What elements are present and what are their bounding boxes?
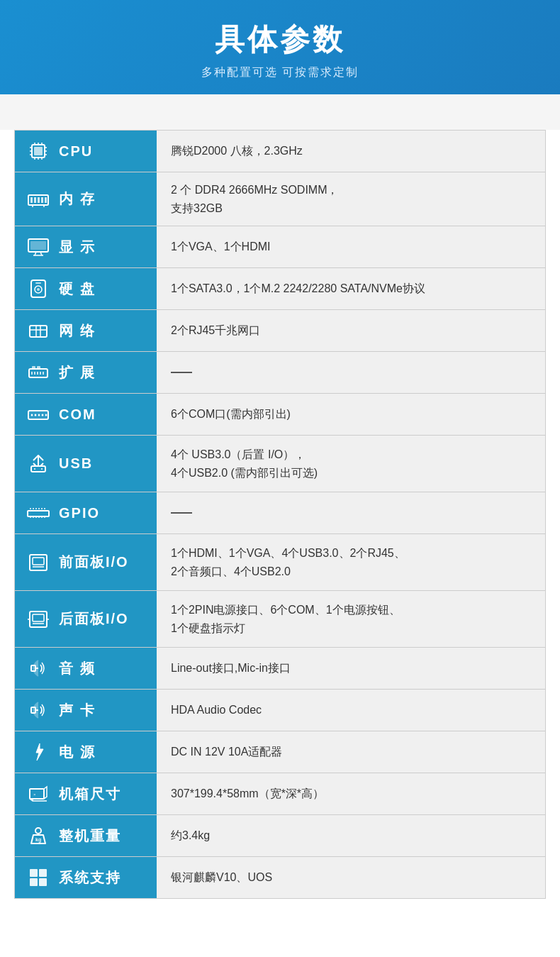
- spec-row-weight: kg 整机重量 约3.4kg: [15, 815, 545, 857]
- spec-row-rear-panel: 后面板I/O 1个2PIN电源接口、6个COM、1个电源按钮、 1个硬盘指示灯: [15, 591, 545, 648]
- com-icon: [25, 401, 52, 428]
- spec-row-memory: 内 存 2 个 DDR4 2666MHz SODIMM， 支持32GB: [15, 172, 545, 226]
- page-title: 具体参数: [14, 20, 546, 60]
- spec-label-os: 系统支持: [15, 857, 157, 898]
- spec-value-audio: Line-out接口,Mic-in接口: [157, 648, 545, 689]
- spec-value-expand: [157, 352, 545, 393]
- gpio-icon: [25, 499, 52, 526]
- svg-point-44: [31, 414, 33, 416]
- storage-icon: [25, 275, 52, 302]
- svg-point-84: [35, 828, 41, 834]
- spec-value-network: 2个RJ45千兆网口: [157, 310, 545, 351]
- spec-label-dimensions: × 机箱尺寸: [15, 773, 157, 814]
- spec-value-sound-card: HDA Audio Codec: [157, 690, 545, 731]
- sound-card-label: 声 卡: [59, 701, 96, 720]
- os-icon: [25, 864, 52, 891]
- spec-row-dimensions: × 机箱尺寸 307*199.4*58mm（宽*深*高）: [15, 773, 545, 815]
- spec-value-cpu: 腾锐D2000 八核，2.3GHz: [157, 131, 545, 172]
- spec-value-front-panel: 1个HDMI、1个VGA、4个USB3.0、2个RJ45、 2个音频口、4个US…: [157, 534, 545, 590]
- cpu-label: CPU: [59, 143, 93, 160]
- svg-point-46: [38, 414, 40, 416]
- spec-value-power: DC IN 12V 10A适配器: [157, 731, 545, 773]
- svg-text:kg: kg: [35, 837, 41, 843]
- spec-label-audio: 音 频: [15, 648, 157, 689]
- storage-label: 硬 盘: [59, 280, 96, 299]
- front-panel-icon: [25, 549, 52, 576]
- network-label: 网 络: [59, 321, 96, 341]
- spec-row-expand: 扩 展: [15, 352, 545, 394]
- svg-point-48: [45, 414, 47, 416]
- spec-label-memory: 内 存: [15, 172, 157, 226]
- spec-label-storage: 硬 盘: [15, 268, 157, 309]
- spec-label-gpio: GPIO: [15, 492, 157, 533]
- spec-value-usb: 4个 USB3.0（后置 I/O）， 4个USB2.0 (需内部引出可选): [157, 436, 545, 492]
- gpio-dash: [171, 512, 192, 514]
- spec-row-usb: USB 4个 USB3.0（后置 I/O）， 4个USB2.0 (需内部引出可选…: [15, 436, 545, 492]
- spec-value-weight: 约3.4kg: [157, 815, 545, 856]
- spec-row-network: 网 络 2个RJ45千兆网口: [15, 310, 545, 352]
- spec-label-usb: USB: [15, 436, 157, 492]
- spec-row-os: 系统支持 银河麒麟V10、UOS: [15, 857, 545, 898]
- weight-icon: kg: [25, 822, 52, 849]
- network-icon: [25, 317, 52, 344]
- spec-label-com: COM: [15, 394, 157, 435]
- spec-label-front-panel: 前面板I/O: [15, 534, 157, 590]
- svg-rect-18: [41, 197, 43, 203]
- spec-row-cpu: CPU 腾锐D2000 八核，2.3GHz: [15, 131, 545, 172]
- sound-card-icon: [25, 697, 52, 724]
- spec-value-memory: 2 个 DDR4 2666MHz SODIMM， 支持32GB: [157, 172, 545, 226]
- svg-rect-16: [34, 197, 36, 203]
- svg-rect-1: [34, 147, 43, 155]
- display-label: 显 示: [59, 238, 96, 257]
- spec-label-expand: 扩 展: [15, 352, 157, 393]
- svg-rect-37: [37, 366, 40, 369]
- os-label: 系统支持: [59, 868, 121, 887]
- svg-rect-70: [33, 558, 44, 565]
- dimensions-label: 机箱尺寸: [59, 785, 121, 804]
- spacer: [0, 94, 560, 130]
- memory-label: 内 存: [59, 189, 96, 209]
- spec-row-sound-card: 声 卡 HDA Audio Codec: [15, 690, 545, 731]
- usb-icon: [25, 450, 52, 477]
- spec-value-dimensions: 307*199.4*58mm（宽*深*高）: [157, 773, 545, 814]
- memory-icon: [25, 186, 52, 213]
- display-icon: [25, 233, 52, 260]
- spec-value-storage: 1个SATA3.0，1个M.2 2242/2280 SATA/NVMe协议: [157, 268, 545, 309]
- spec-value-rear-panel: 1个2PIN电源接口、6个COM、1个电源按钮、 1个硬盘指示灯: [157, 591, 545, 647]
- spec-value-display: 1个VGA、1个HDMI: [157, 226, 545, 267]
- expand-icon: [25, 359, 52, 386]
- spec-value-os: 银河麒麟V10、UOS: [157, 857, 545, 898]
- rear-panel-label: 后面板I/O: [59, 609, 129, 629]
- spec-value-gpio: [157, 492, 545, 533]
- svg-rect-26: [30, 241, 46, 250]
- audio-icon: [25, 655, 52, 682]
- expand-dash: [171, 372, 192, 373]
- front-panel-label: 前面板I/O: [59, 553, 129, 572]
- svg-rect-15: [30, 197, 33, 203]
- spec-row-power: 电 源 DC IN 12V 10A适配器: [15, 731, 545, 773]
- spec-row-gpio: GPIO: [15, 492, 545, 534]
- svg-rect-88: [30, 878, 38, 886]
- svg-rect-81: [30, 789, 44, 799]
- cpu-icon: [25, 138, 52, 165]
- usb-label: USB: [59, 455, 93, 472]
- page-header: 具体参数 多种配置可选 可按需求定制: [0, 0, 560, 94]
- spec-row-front-panel: 前面板I/O 1个HDMI、1个VGA、4个USB3.0、2个RJ45、 2个音…: [15, 534, 545, 591]
- spec-label-power: 电 源: [15, 731, 157, 773]
- spec-label-cpu: CPU: [15, 131, 157, 172]
- audio-label: 音 频: [59, 659, 96, 678]
- spec-row-storage: 硬 盘 1个SATA3.0，1个M.2 2242/2280 SATA/NVMe协…: [15, 268, 545, 310]
- spec-row-display: 显 示 1个VGA、1个HDMI: [15, 226, 545, 268]
- spec-label-network: 网 络: [15, 310, 157, 351]
- svg-rect-31: [30, 326, 47, 337]
- spec-value-com: 6个COM口(需内部引出): [157, 394, 545, 435]
- page-subtitle: 多种配置可选 可按需求定制: [14, 65, 546, 80]
- gpio-label: GPIO: [59, 505, 100, 521]
- expand-label: 扩 展: [59, 363, 96, 382]
- spec-row-audio: 音 频 Line-out接口,Mic-in接口: [15, 648, 545, 690]
- specs-table: CPU 腾锐D2000 八核，2.3GHz 内 存: [14, 130, 546, 899]
- com-label: COM: [59, 406, 96, 423]
- svg-point-29: [37, 288, 40, 291]
- dimensions-icon: ×: [25, 780, 52, 807]
- svg-rect-19: [45, 197, 47, 203]
